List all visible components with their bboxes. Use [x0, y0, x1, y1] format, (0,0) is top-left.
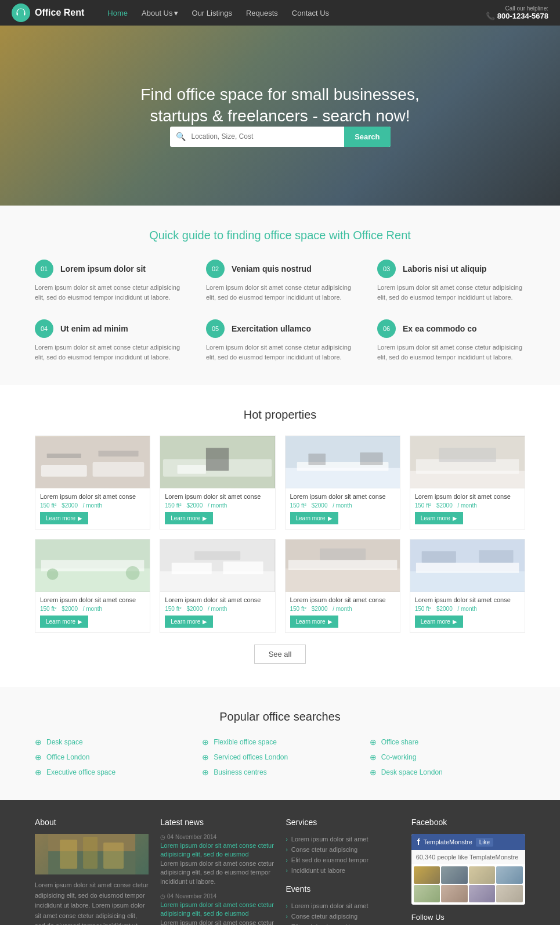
- property-card-5: Lorem ipsum dolor sit amet conse 150 ft²…: [35, 539, 150, 633]
- office-interior-svg-8: [410, 539, 525, 592]
- footer-event-1[interactable]: › Lorem ipsum dolor sit amet: [286, 901, 400, 911]
- search-button[interactable]: Search: [344, 127, 390, 147]
- svg-rect-3: [47, 453, 81, 458]
- location-icon-5: ⊕: [202, 753, 209, 762]
- property-meta-6: 150 ft² $2000 / month: [165, 606, 270, 612]
- chevron-event-icon-1: ›: [286, 903, 288, 909]
- properties-section: Hot properties Lorem ipsum dolor sit ame…: [0, 385, 560, 687]
- guide-text-6: Lorem ipsum dolor sit amet conse ctetur …: [377, 343, 525, 362]
- footer-news-title: Latest news: [160, 818, 274, 827]
- footer-facebook: Facebook f TemplateMonstre Like 60,340 p…: [411, 818, 525, 925]
- nav-about[interactable]: About Us ▾: [136, 6, 183, 20]
- footer-service-1[interactable]: › Lorem ipsum dolor sit amet: [286, 834, 400, 844]
- property-title-6: Lorem ipsum dolor sit amet conse: [165, 596, 270, 603]
- guide-heading-6: Ex ea commodo co: [403, 324, 477, 333]
- popular-item-7[interactable]: ⊕ Office share: [370, 737, 525, 747]
- guide-item-4: 04 Ut enim ad minim Lorem ipsum dolor si…: [35, 319, 183, 362]
- office-interior-svg-3: [286, 436, 400, 488]
- popular-item-4[interactable]: ⊕ Flexible office space: [202, 737, 357, 747]
- footer-news: Latest news ◷ 04 November 2014 Lorem ips…: [160, 818, 274, 925]
- nav-requests[interactable]: Requests: [240, 6, 284, 20]
- fb-photo-4: [496, 866, 523, 884]
- property-info-5: Lorem ipsum dolor sit amet conse 150 ft²…: [35, 592, 150, 632]
- property-card-1: Lorem ipsum dolor sit amet conse 150 ft²…: [35, 435, 150, 530]
- learn-more-button-2[interactable]: Learn more ▶: [165, 512, 213, 524]
- guide-section: Quick guide to finding office space with…: [0, 206, 560, 385]
- property-info-6: Lorem ipsum dolor sit amet conse 150 ft²…: [160, 592, 274, 632]
- learn-more-button-7[interactable]: Learn more ▶: [290, 616, 338, 628]
- arrow-right-icon: ▶: [453, 515, 457, 521]
- footer-news-link-2[interactable]: Lorem ipsum dolor sit amet conse ctetur …: [160, 901, 274, 919]
- learn-more-button-6[interactable]: Learn more ▶: [165, 616, 213, 628]
- svg-rect-36: [479, 550, 513, 563]
- see-all-wrap: See all: [35, 645, 525, 664]
- learn-more-button-1[interactable]: Learn more ▶: [40, 512, 88, 524]
- popular-item-2[interactable]: ⊕ Office London: [35, 753, 190, 762]
- popular-item-5[interactable]: ⊕ Serviced offices London: [202, 753, 357, 762]
- guide-text-4: Lorem ipsum dolor sit amet conse ctetur …: [35, 343, 183, 362]
- facebook-like-button[interactable]: Like: [476, 838, 493, 847]
- facebook-header: f TemplateMonstre Like: [411, 834, 525, 850]
- arrow-right-icon: ▶: [78, 618, 82, 625]
- footer: About Lorem ipsum dolor sit amet conse c…: [0, 800, 560, 925]
- hero-title: Find office space for small businesses, …: [140, 84, 419, 127]
- popular-item-8[interactable]: ⊕ Co-working: [370, 753, 525, 762]
- popular-item-3[interactable]: ⊕ Executive office space: [35, 768, 190, 777]
- svg-rect-8: [178, 465, 206, 474]
- property-meta-5: 150 ft² $2000 / month: [40, 606, 145, 612]
- learn-more-button-3[interactable]: Learn more ▶: [290, 512, 338, 524]
- calendar-icon-2: ◷: [160, 893, 165, 899]
- svg-rect-17: [439, 448, 496, 462]
- nav-listings[interactable]: Our Listings: [186, 6, 238, 20]
- property-title-5: Lorem ipsum dolor sit amet conse: [40, 596, 145, 603]
- property-title-8: Lorem ipsum dolor sit amet conse: [415, 596, 520, 603]
- office-interior-svg-4: [410, 436, 525, 488]
- see-all-button[interactable]: See all: [254, 645, 306, 664]
- location-icon-4: ⊕: [202, 737, 209, 747]
- arrow-right-icon: ▶: [328, 618, 333, 625]
- guide-heading-2: Veniam quis nostrud: [232, 264, 312, 273]
- guide-heading-5: Exercitation ullamco: [232, 324, 311, 333]
- hero-content: Find office space for small businesses, …: [140, 84, 419, 147]
- popular-item-9[interactable]: ⊕ Desk space London: [370, 768, 525, 777]
- office-interior-svg-6: [160, 539, 274, 592]
- popular-item-6[interactable]: ⊕ Business centres: [202, 768, 357, 777]
- svg-rect-12: [308, 453, 326, 465]
- nav-contact[interactable]: Contact Us: [286, 6, 335, 20]
- facebook-box: f TemplateMonstre Like 60,340 people lik…: [411, 834, 525, 905]
- guide-heading-4: Ut enim ad minim: [60, 324, 128, 333]
- search-input[interactable]: [192, 128, 345, 145]
- footer-service-3[interactable]: › Elit sed do eiusmod tempor: [286, 855, 400, 865]
- svg-rect-10: [286, 468, 400, 488]
- location-icon-7: ⊕: [370, 737, 377, 747]
- footer-news-date-1: ◷ 04 November 2014: [160, 834, 274, 840]
- footer-service-4[interactable]: › Incididunt ut labore: [286, 865, 400, 876]
- fb-photo-1: [414, 866, 440, 884]
- svg-rect-27: [194, 551, 240, 560]
- learn-more-button-8[interactable]: Learn more ▶: [415, 616, 463, 628]
- property-title-3: Lorem ipsum dolor sit amet conse: [290, 493, 395, 500]
- footer-service-2[interactable]: › Conse ctetur adipiscing: [286, 844, 400, 855]
- svg-rect-33: [410, 571, 525, 592]
- chevron-icon-4: ›: [286, 868, 288, 874]
- footer-news-link-1[interactable]: Lorem ipsum dolor sit amet conse ctetur …: [160, 841, 274, 859]
- popular-item-1[interactable]: ⊕ Desk space: [35, 737, 190, 747]
- popular-grid: ⊕ Desk space ⊕ Flexible office space ⊕ O…: [35, 737, 525, 777]
- footer-news-item-2: ◷ 04 November 2014 Lorem ipsum dolor sit…: [160, 893, 274, 925]
- search-icon: 🔍: [170, 127, 192, 146]
- guide-num-2: 02: [206, 260, 225, 278]
- learn-more-button-5[interactable]: Learn more ▶: [40, 616, 88, 628]
- guide-text-1: Lorem ipsum dolor sit amet conse ctetur …: [35, 283, 183, 302]
- footer-event-2[interactable]: › Conse ctetur adipiscing: [286, 911, 400, 922]
- footer-news-desc-1: Lorem ipsum dolor sit amet conse ctetur …: [160, 859, 274, 886]
- property-title-2: Lorem ipsum dolor sit amet conse: [165, 493, 270, 500]
- footer-event-3[interactable]: › Elit sed do eiusmod tempor: [286, 922, 400, 925]
- arrow-right-icon: ▶: [453, 618, 457, 625]
- learn-more-button-4[interactable]: Learn more ▶: [415, 512, 463, 524]
- popular-title: Popular office searches: [35, 710, 525, 724]
- footer-services-title: Services: [286, 818, 400, 827]
- guide-title: Quick guide to finding office space with…: [35, 229, 525, 242]
- fb-photo-3: [469, 866, 496, 884]
- nav-home[interactable]: Home: [102, 6, 133, 20]
- footer-about: About Lorem ipsum dolor sit amet conse c…: [35, 818, 149, 925]
